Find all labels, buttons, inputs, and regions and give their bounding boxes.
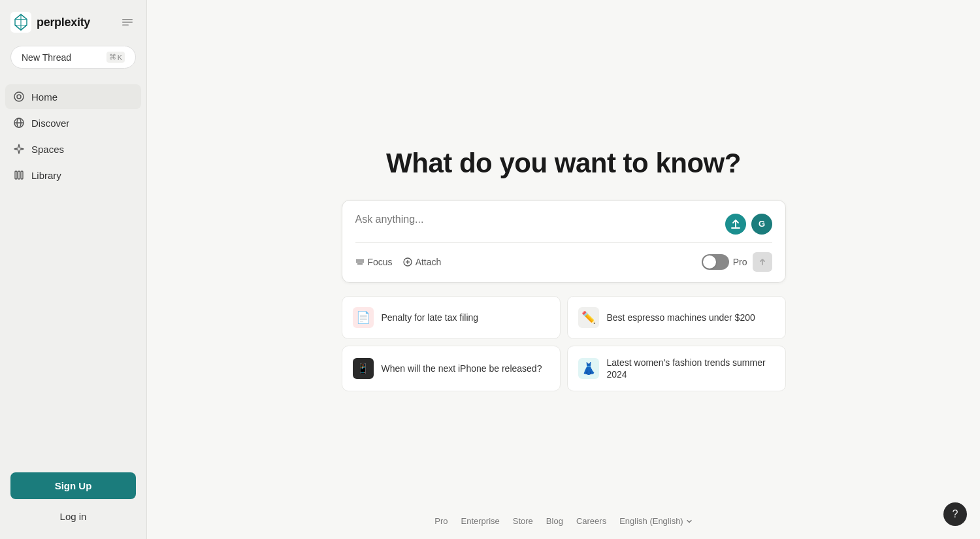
toggle-knob: [703, 255, 716, 269]
upload-icon-button[interactable]: [725, 214, 746, 235]
svg-rect-11: [21, 171, 23, 179]
shortcut-cmd: ⌘: [109, 53, 116, 61]
svg-rect-9: [15, 171, 17, 179]
sidebar-item-home-label: Home: [31, 91, 57, 103]
svg-rect-2: [122, 22, 133, 23]
chevron-down-icon: [686, 518, 693, 525]
svg-text:G: G: [759, 219, 765, 229]
login-button[interactable]: Log in: [10, 504, 136, 529]
suggestion-card-tax[interactable]: 📄 Penalty for late tax filing: [342, 296, 561, 339]
shortcut-badge: ⌘ K: [106, 52, 125, 63]
send-button[interactable]: [753, 252, 772, 272]
help-label: ?: [953, 508, 958, 520]
new-thread-label: New Thread: [22, 52, 71, 63]
footer-language-selector[interactable]: English (English): [619, 516, 693, 526]
logo-text: perplexity: [37, 16, 90, 29]
attach-button[interactable]: Attach: [403, 257, 442, 267]
sidebar-item-spaces-label: Spaces: [31, 144, 64, 155]
hero-title: What do you want to know?: [386, 148, 741, 179]
logo-icon: [10, 12, 31, 33]
suggestions-grid: 📄 Penalty for late tax filing ✏️ Best es…: [342, 296, 786, 391]
home-icon: [13, 91, 25, 103]
focus-icon: [355, 257, 365, 267]
fashion-icon: 👗: [578, 358, 599, 379]
signup-button[interactable]: Sign Up: [10, 472, 136, 499]
sparkle-icon: [13, 143, 25, 155]
search-input[interactable]: [355, 214, 725, 225]
tax-icon: 📄: [353, 307, 374, 328]
suggestion-text-iphone: When will the next iPhone be released?: [382, 363, 542, 374]
suggestion-text-fashion: Latest women's fashion trends summer 202…: [607, 357, 775, 380]
espresso-icon: ✏️: [578, 307, 599, 328]
sidebar-item-library[interactable]: Library: [5, 163, 141, 188]
main-content: What do you want to know? G: [147, 0, 980, 539]
toggle-container: Pro: [702, 254, 747, 270]
globe-icon: [13, 117, 25, 129]
g-icon: G: [756, 218, 768, 230]
footer-language-label: English (English): [619, 516, 683, 526]
main-footer: Pro Enterprise Store Blog Careers Englis…: [434, 516, 692, 526]
suggestion-text-tax: Penalty for late tax filing: [382, 312, 479, 323]
collapse-icon: [122, 16, 133, 28]
suggestion-card-espresso[interactable]: ✏️ Best espresso machines under $200: [567, 296, 786, 339]
gemini-icon-button[interactable]: G: [751, 214, 772, 235]
svg-rect-10: [18, 171, 20, 179]
suggestion-text-espresso: Best espresso machines under $200: [607, 312, 755, 323]
suggestion-card-fashion[interactable]: 👗 Latest women's fashion trends summer 2…: [567, 346, 786, 391]
search-input-row: G: [355, 214, 772, 235]
help-button[interactable]: ?: [943, 502, 967, 526]
footer-enterprise-link[interactable]: Enterprise: [461, 516, 500, 526]
pro-label: Pro: [733, 257, 747, 267]
logo-area: perplexity: [10, 12, 90, 33]
svg-rect-3: [122, 25, 129, 26]
sidebar-item-discover-label: Discover: [31, 118, 69, 129]
search-icons: G: [725, 214, 772, 235]
toolbar-right: Pro: [702, 252, 772, 272]
library-icon: [13, 169, 25, 181]
iphone-icon: 📱: [353, 358, 374, 379]
new-thread-button[interactable]: New Thread ⌘ K: [10, 46, 136, 69]
suggestion-card-iphone[interactable]: 📱 When will the next iPhone be released?: [342, 346, 561, 391]
attach-icon: [403, 257, 412, 267]
svg-point-5: [17, 95, 21, 99]
footer-store-link[interactable]: Store: [513, 516, 533, 526]
pro-toggle[interactable]: [702, 254, 729, 270]
sidebar-item-library-label: Library: [31, 170, 61, 181]
shortcut-key: K: [118, 54, 122, 61]
search-box: G Focus: [342, 200, 786, 283]
svg-rect-1: [122, 19, 133, 20]
attach-label: Attach: [416, 257, 442, 267]
search-toolbar: Focus Attach Pro: [355, 252, 772, 272]
svg-point-4: [14, 92, 24, 101]
sidebar-footer: Sign Up Log in: [0, 462, 146, 539]
focus-button[interactable]: Focus: [355, 257, 393, 267]
footer-pro-link[interactable]: Pro: [434, 516, 448, 526]
collapse-sidebar-button[interactable]: [119, 14, 136, 31]
footer-careers-link[interactable]: Careers: [576, 516, 606, 526]
send-icon: [758, 257, 767, 267]
sidebar: perplexity New Thread ⌘ K Home: [0, 0, 147, 539]
footer-blog-link[interactable]: Blog: [546, 516, 563, 526]
upload-icon: [730, 219, 741, 229]
toolbar-left: Focus Attach: [355, 257, 442, 267]
sidebar-item-home[interactable]: Home: [5, 84, 141, 109]
sidebar-item-spaces[interactable]: Spaces: [5, 137, 141, 161]
search-divider: [355, 242, 772, 243]
sidebar-header: perplexity: [0, 0, 146, 41]
nav-menu: Home Discover Spaces: [0, 82, 146, 462]
sidebar-item-discover[interactable]: Discover: [5, 110, 141, 135]
focus-label: Focus: [368, 257, 393, 267]
